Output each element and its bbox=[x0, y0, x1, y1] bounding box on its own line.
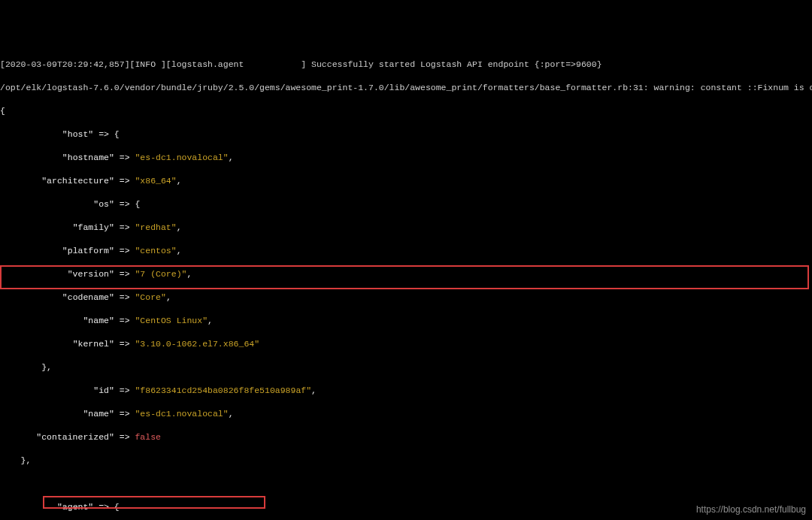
open-brace: { bbox=[0, 105, 812, 117]
os-close: }, bbox=[0, 361, 812, 373]
os-family: "family" => "redhat", bbox=[0, 222, 812, 234]
agent-open: "agent" => { bbox=[0, 501, 812, 513]
host-name: "name" => "es-dc1.novalocal", bbox=[0, 408, 812, 420]
watermark: https://blog.csdn.net/fullbug bbox=[696, 503, 806, 515]
os-platform: "platform" => "centos", bbox=[0, 245, 812, 257]
host-containerized: "containerized" => false bbox=[0, 431, 812, 443]
host-open: "host" => { bbox=[0, 128, 812, 141]
os-version: "version" => "7 (Core)", bbox=[0, 268, 812, 280]
os-codename: "codename" => "Core", bbox=[0, 292, 812, 304]
os-open: "os" => { bbox=[0, 198, 812, 210]
header-line-2: /opt/elk/logstash-7.6.0/vendor/bundle/jr… bbox=[0, 82, 812, 94]
host-id: "id" => "f8623341cd254ba0826f8fe510a989a… bbox=[0, 385, 812, 397]
host-close: }, bbox=[0, 455, 812, 467]
host-architecture: "architecture" => "x86_64", bbox=[0, 175, 812, 187]
blank-1 bbox=[0, 478, 812, 490]
os-kernel: "kernel" => "3.10.0-1062.el7.x86_64" bbox=[0, 338, 812, 350]
host-hostname: "hostname" => "es-dc1.novalocal", bbox=[0, 152, 812, 164]
os-name: "name" => "CentOS Linux", bbox=[0, 315, 812, 327]
header-line-1: [2020-03-09T20:29:42,857][INFO ][logstas… bbox=[0, 59, 812, 71]
terminal-output: [2020-03-09T20:29:42,857][INFO ][logstas… bbox=[0, 47, 812, 520]
